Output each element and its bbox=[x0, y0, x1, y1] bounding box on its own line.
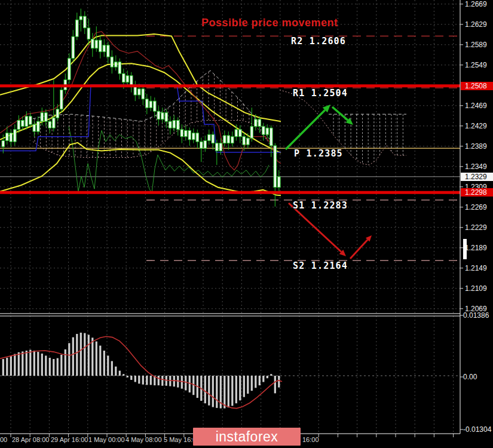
macd-histogram-bar bbox=[208, 376, 210, 406]
price-tick-label: 1.2189 bbox=[465, 244, 487, 252]
time-axis-label: 29 Apr 16:00 bbox=[51, 436, 88, 444]
macd-histogram-bar bbox=[223, 376, 225, 409]
candle-body bbox=[103, 45, 106, 52]
candle-body bbox=[169, 121, 172, 128]
macd-histogram-bar bbox=[18, 352, 20, 376]
candle-body bbox=[212, 134, 215, 143]
macd-histogram-bar bbox=[239, 376, 241, 400]
pivot-level-label: S1 1.2283 bbox=[293, 201, 348, 210]
macd-histogram-bar bbox=[45, 355, 47, 376]
price-axis-box: 1.2329 bbox=[461, 173, 493, 181]
candle-body bbox=[118, 62, 121, 74]
macd-histogram-bar bbox=[41, 354, 43, 376]
candle-body bbox=[22, 121, 25, 127]
pivot-level-label: R1 1.2504 bbox=[293, 89, 348, 98]
macd-histogram-bar bbox=[22, 351, 23, 376]
candle-body bbox=[130, 76, 133, 86]
candle-body bbox=[188, 131, 191, 140]
candle-body bbox=[262, 127, 265, 135]
candle-body bbox=[76, 20, 79, 36]
macd-scale-label: 0.01386 bbox=[463, 311, 489, 320]
macd-histogram-bar bbox=[243, 376, 245, 397]
candle-body bbox=[37, 121, 40, 131]
macd-histogram-bar bbox=[216, 376, 218, 408]
macd-histogram-bar bbox=[111, 361, 113, 376]
trend-arrow-shaft bbox=[350, 240, 368, 259]
macd-histogram-bar bbox=[255, 376, 256, 388]
macd-histogram-bar bbox=[80, 333, 82, 376]
macd-histogram-bar bbox=[84, 333, 85, 376]
candle-body bbox=[161, 113, 164, 119]
price-tick-label: 1.2589 bbox=[465, 41, 487, 49]
price-tick-label: 1.2549 bbox=[465, 61, 487, 69]
candle-body bbox=[25, 116, 28, 127]
macd-histogram-bar bbox=[91, 337, 93, 376]
candle-body bbox=[227, 136, 230, 143]
candle-body bbox=[84, 16, 87, 28]
macd-histogram-bar bbox=[88, 335, 90, 376]
candle-body bbox=[239, 130, 242, 137]
macd-histogram-bar bbox=[2, 359, 4, 376]
candle-body bbox=[243, 137, 246, 145]
candle-body bbox=[10, 133, 13, 142]
pivot-level-label: S2 1.2164 bbox=[293, 262, 348, 271]
price-tick-label: 1.2629 bbox=[465, 20, 487, 29]
candle-body bbox=[255, 119, 258, 127]
trend-arrow-shaft bbox=[286, 110, 325, 149]
candle-body bbox=[274, 146, 277, 188]
candle-body bbox=[247, 138, 250, 145]
candle-body bbox=[142, 89, 145, 99]
macd-histogram-bar bbox=[212, 376, 214, 407]
candle-body bbox=[196, 133, 199, 142]
macd-histogram-bar bbox=[49, 358, 51, 376]
macd-histogram-bar bbox=[181, 376, 183, 389]
macd-histogram-bar bbox=[76, 334, 78, 376]
candle-body bbox=[29, 116, 32, 125]
candle-body bbox=[204, 141, 207, 149]
candle-body bbox=[115, 62, 118, 67]
candle-body bbox=[45, 113, 48, 122]
macd-histogram-bar bbox=[134, 376, 136, 382]
time-axis-label: 16:00 bbox=[302, 436, 319, 444]
candle-body bbox=[56, 109, 59, 118]
candle-body bbox=[53, 118, 56, 128]
macd-histogram-bar bbox=[115, 367, 117, 376]
candle-body bbox=[107, 45, 110, 57]
candle-body bbox=[99, 40, 102, 52]
macd-histogram-bar bbox=[6, 358, 8, 376]
candle-body bbox=[266, 128, 269, 134]
candle-body bbox=[87, 28, 90, 39]
macd-histogram-bar bbox=[259, 376, 261, 385]
macd-histogram-bar bbox=[235, 376, 237, 403]
macd-histogram-bar bbox=[204, 376, 206, 403]
time-axis-label: 28 Apr 08:00 bbox=[12, 436, 49, 444]
macd-histogram-bar bbox=[127, 376, 128, 378]
candle-body bbox=[200, 142, 203, 148]
candle-body bbox=[6, 133, 9, 141]
candle-body bbox=[165, 113, 168, 122]
macd-histogram-bar bbox=[161, 376, 163, 386]
price-tick-label: 1.2229 bbox=[465, 223, 487, 232]
candle-body bbox=[223, 136, 226, 143]
time-axis-label: 1 May 00:00 bbox=[88, 436, 125, 444]
macd-histogram-bar bbox=[278, 376, 280, 388]
candle-body bbox=[33, 124, 36, 131]
macd-histogram-bar bbox=[53, 359, 54, 376]
candle-body bbox=[48, 121, 51, 128]
candle-body bbox=[126, 76, 129, 82]
macd-histogram-bar bbox=[270, 374, 272, 376]
candle-body bbox=[270, 128, 273, 146]
macd-histogram-bar bbox=[103, 351, 105, 376]
candle-body bbox=[149, 101, 152, 108]
macd-histogram-bar bbox=[251, 376, 253, 391]
candle-body bbox=[14, 130, 17, 142]
time-axis-label: 00 bbox=[0, 436, 7, 444]
chart-canvas[interactable] bbox=[0, 0, 493, 448]
candle-body bbox=[154, 101, 157, 111]
price-axis-box: 1.2508 bbox=[461, 82, 493, 90]
macd-histogram-bar bbox=[228, 376, 229, 407]
macd-histogram-bar bbox=[173, 376, 175, 386]
macd-histogram-bar bbox=[262, 376, 264, 382]
macd-histogram-bar bbox=[138, 376, 140, 383]
candle-body bbox=[2, 141, 5, 147]
